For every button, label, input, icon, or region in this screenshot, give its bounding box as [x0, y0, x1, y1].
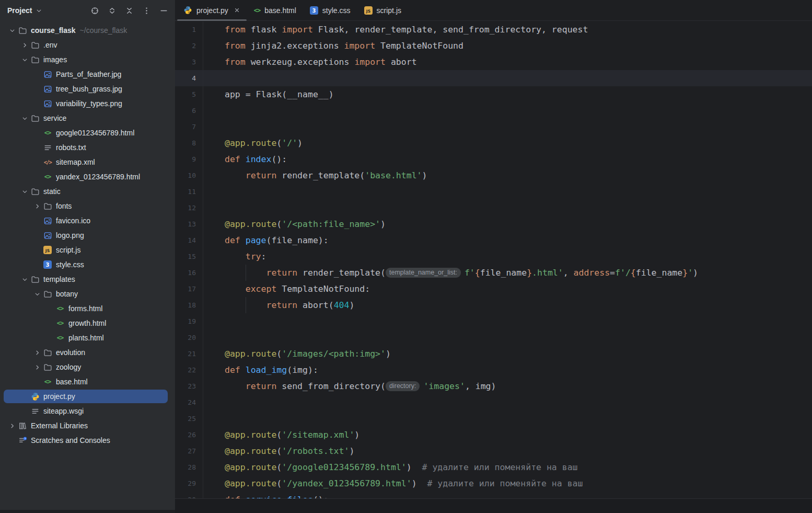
tree-item-siteapp-wsgi[interactable]: siteapp.wsgi [0, 404, 175, 418]
code-line[interactable]: 17 except TemplateNotFound: [175, 281, 812, 297]
tree-item-favicon-ico[interactable]: favicon.ico [0, 213, 175, 228]
tree-item-static[interactable]: static [0, 184, 175, 199]
code-line[interactable]: 27@app.route('/robots.txt') [175, 443, 812, 459]
code-line[interactable]: 2from jinja2.exceptions import TemplateN… [175, 38, 812, 54]
chevron-down-icon[interactable] [6, 27, 18, 35]
tree-item-script-js[interactable]: JSscript.js [0, 243, 175, 257]
tree-item-growth-html[interactable]: <>growth.html [0, 316, 175, 330]
chevron-right-icon[interactable] [31, 349, 43, 357]
tree-item-base-html[interactable]: <>base.html [0, 374, 175, 389]
tree-item-tree-bush-grass-jpg[interactable]: tree_bush_grass.jpg [0, 82, 175, 96]
collapse-all-button[interactable] [122, 4, 136, 18]
code-line[interactable]: 9def index(): [175, 151, 812, 167]
close-tab-icon[interactable] [234, 7, 240, 14]
tree-item-logo-png[interactable]: logo.png [0, 228, 175, 243]
tree-item-service[interactable]: service [0, 111, 175, 126]
tree-item-evolution[interactable]: evolution [0, 345, 175, 360]
code-token: 'images' [423, 381, 465, 391]
code-line[interactable]: 13@app.route('/<path:file_name>') [175, 216, 812, 232]
code-token: '/yandex_0123456789.html' [282, 478, 411, 488]
more-options-button[interactable] [140, 4, 154, 18]
line-number: 2 [175, 38, 199, 54]
code-line[interactable]: 29@app.route('/yandex_0123456789.html') … [175, 475, 812, 492]
code-line[interactable]: 25 [175, 411, 812, 427]
code-line[interactable]: 6 [175, 102, 812, 119]
code-line[interactable]: 12 [175, 200, 812, 216]
tree-item-sitemap-xml[interactable]: </>sitemap.xml [0, 155, 175, 169]
tree-item-variability-types-png[interactable]: variability_types.png [0, 96, 175, 111]
tree-item-course-flask[interactable]: course_flask~/course_flask [0, 23, 175, 38]
chevron-right-icon[interactable] [31, 202, 43, 210]
hide-panel-button[interactable] [157, 4, 171, 18]
code-token: { [475, 268, 480, 278]
code-line[interactable]: 11 [175, 184, 812, 200]
code-line[interactable]: 20 [175, 329, 812, 346]
code-token: ) [412, 478, 427, 488]
code-line[interactable]: 22def load_img(img): [175, 362, 812, 378]
code-line[interactable]: 1from flask import Flask, render_templat… [175, 21, 812, 38]
tree-item-google0123456789-html[interactable]: <>google0123456789.html [0, 126, 175, 140]
tree-item-plants-html[interactable]: <>plants.html [0, 330, 175, 345]
chevron-right-icon[interactable] [6, 422, 18, 430]
tab-script-js[interactable]: JSscript.js [357, 0, 408, 20]
code-token: ( [276, 219, 282, 229]
code-line[interactable]: 28@app.route('/google0123456789.html') #… [175, 459, 812, 475]
tree-item-scratches-and-consoles[interactable]: Scratches and Consoles [0, 433, 175, 448]
tree-item-fonts[interactable]: fonts [0, 199, 175, 213]
python-icon [30, 392, 40, 401]
project-view-dropdown[interactable]: Project [7, 6, 43, 15]
code-line[interactable]: 7 [175, 119, 812, 135]
code-token: def [225, 365, 240, 375]
tree-item-style-css[interactable]: 3style.css [0, 257, 175, 272]
code-line[interactable]: 30def service_files(): [175, 492, 812, 499]
code-token: ) [349, 446, 354, 456]
tab-style-css[interactable]: 3style.css [303, 0, 357, 20]
tree-item-project-py[interactable]: project.py [0, 389, 175, 404]
tree-item-images[interactable]: images [0, 52, 175, 67]
tree-item-forms-html[interactable]: <>forms.html [0, 301, 175, 316]
tab-base-html[interactable]: <>base.html [247, 0, 303, 20]
tree-item-templates[interactable]: templates [0, 272, 175, 287]
chevron-down-icon[interactable] [19, 188, 30, 196]
chevron-down-icon[interactable] [19, 276, 30, 283]
locate-file-button[interactable] [88, 4, 102, 18]
code-token: '/' [282, 138, 297, 148]
chevron-down-icon[interactable] [19, 56, 30, 64]
code-token: @app.route [225, 462, 276, 472]
chevron-right-icon[interactable] [31, 363, 43, 371]
tree-item-robots-txt[interactable]: robots.txt [0, 140, 175, 155]
tree-item-botany[interactable]: botany [0, 287, 175, 301]
code-line[interactable]: 26@app.route('/sitemap.xml') [175, 427, 812, 443]
tree-item-zoology[interactable]: zoology [0, 360, 175, 374]
expand-all-button[interactable] [105, 4, 119, 18]
code-line[interactable]: 19 [175, 313, 812, 329]
code-line[interactable]: 18 return abort(404) [175, 297, 812, 313]
code-line[interactable]: 10 return render_template('base.html') [175, 167, 812, 184]
code-line[interactable]: 3from werkzeug.exceptions import abort [175, 54, 812, 70]
tree-item-yandex-0123456789-html[interactable]: <>yandex_0123456789.html [0, 169, 175, 184]
line-number: 21 [175, 346, 199, 362]
tree-item-label: .env [43, 41, 57, 49]
tree-item-parts-of-feather-jpg[interactable]: Parts_of_feather.jpg [0, 67, 175, 82]
tree-item-external-libraries[interactable]: External Libraries [0, 418, 175, 433]
code-line[interactable]: 23 return send_from_directory(directory:… [175, 378, 812, 394]
code-line[interactable]: 21@app.route('/images/<path:img>') [175, 346, 812, 362]
code-line[interactable]: 24 [175, 394, 812, 411]
tab-project-py[interactable]: project.py [177, 0, 247, 20]
code-line[interactable]: 5app = Flask(__name__) [175, 86, 812, 102]
code-line[interactable]: 15 try: [175, 248, 812, 265]
tree-item--env[interactable]: .env [0, 38, 175, 52]
chevron-down-icon[interactable] [19, 115, 30, 122]
line-number: 3 [175, 54, 199, 70]
chevron-right-icon[interactable] [19, 41, 30, 49]
code-line[interactable]: 4 [175, 70, 812, 86]
code-line[interactable]: 8@app.route('/') [175, 135, 812, 151]
code-token: '/images/<path:img>' [282, 349, 386, 359]
code-token: from [225, 41, 246, 51]
python-icon [183, 6, 192, 15]
chevron-down-icon[interactable] [31, 290, 43, 298]
indent-guide [246, 265, 246, 281]
code-editor[interactable]: 1from flask import Flask, render_templat… [175, 21, 812, 499]
code-line[interactable]: 14def page(file_name): [175, 232, 812, 248]
code-line[interactable]: 16 return render_template(template_name_… [175, 265, 812, 281]
